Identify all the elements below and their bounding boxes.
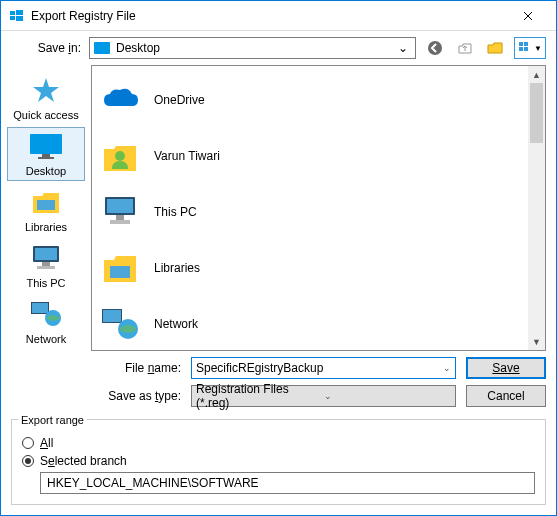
svg-rect-22	[107, 199, 133, 213]
svg-rect-27	[103, 310, 121, 322]
svg-rect-15	[42, 262, 50, 266]
svg-rect-14	[35, 248, 57, 260]
close-button[interactable]	[508, 1, 548, 31]
list-item[interactable]: Network	[100, 296, 520, 350]
chevron-down-icon[interactable]: ⌄	[443, 363, 451, 373]
file-label: Network	[154, 317, 198, 331]
place-label: Libraries	[25, 221, 67, 233]
scroll-track[interactable]	[528, 143, 545, 333]
file-label: Varun Tiwari	[154, 149, 220, 163]
list-item[interactable]: This PC	[100, 184, 520, 240]
file-label: Libraries	[154, 261, 200, 275]
filename-input[interactable]: ⌄	[191, 357, 456, 379]
branch-path-value: HKEY_LOCAL_MACHINE\SOFTWARE	[47, 476, 259, 490]
user-folder-icon	[100, 136, 140, 176]
desktop-icon	[94, 42, 110, 54]
svg-rect-8	[524, 47, 528, 51]
pc-icon	[28, 243, 64, 273]
network-icon	[28, 299, 64, 329]
svg-rect-3	[16, 16, 23, 21]
svg-rect-24	[110, 220, 130, 224]
filename-label: File name:	[101, 361, 181, 375]
scrollbar[interactable]: ▲ ▼	[528, 66, 545, 350]
desktop-icon	[28, 131, 64, 161]
svg-point-20	[115, 151, 125, 161]
filename-row: File name: ⌄ Save Save as type: Registra…	[1, 355, 556, 415]
place-this-pc[interactable]: This PC	[7, 239, 85, 293]
radio-all[interactable]: All	[22, 436, 535, 450]
filename-field[interactable]	[196, 361, 443, 375]
svg-rect-12	[37, 200, 55, 210]
place-network[interactable]: Network	[7, 295, 85, 349]
file-label: This PC	[154, 205, 197, 219]
pc-icon	[100, 192, 140, 232]
svg-rect-2	[10, 16, 15, 20]
svg-rect-7	[519, 47, 523, 51]
svg-rect-5	[519, 42, 523, 46]
libraries-icon	[100, 248, 140, 288]
place-label: Network	[26, 333, 66, 345]
svg-rect-11	[38, 157, 54, 159]
savein-label: Save in:	[11, 41, 81, 55]
cancel-button[interactable]: Cancel	[466, 385, 546, 407]
savetype-dropdown[interactable]: Registration Files (*.reg) ⌄	[191, 385, 456, 407]
svg-rect-23	[116, 215, 124, 220]
scroll-thumb[interactable]	[530, 83, 543, 143]
savetype-value: Registration Files (*.reg)	[196, 382, 324, 410]
main-area: Quick access Desktop Libraries This PC N…	[1, 65, 556, 355]
place-desktop[interactable]: Desktop	[7, 127, 85, 181]
file-list-panel: OneDrive Varun Tiwari This PC Libraries …	[91, 65, 546, 351]
savein-dropdown[interactable]: Desktop ⌄	[89, 37, 416, 59]
export-range-group: Export range All Selected branch HKEY_LO…	[11, 419, 546, 505]
savein-value: Desktop	[116, 41, 395, 55]
svg-rect-1	[16, 10, 23, 15]
file-list[interactable]: OneDrive Varun Tiwari This PC Libraries …	[92, 66, 528, 350]
radio-icon	[22, 455, 34, 467]
radio-selected-branch[interactable]: Selected branch	[22, 454, 535, 468]
place-label: Desktop	[26, 165, 66, 177]
place-label: This PC	[26, 277, 65, 289]
chevron-down-icon: ⌄	[324, 391, 452, 401]
radio-icon	[22, 437, 34, 449]
onedrive-icon	[100, 80, 140, 120]
list-item[interactable]: OneDrive	[100, 72, 520, 128]
svg-rect-0	[10, 11, 15, 15]
file-label: OneDrive	[154, 93, 205, 107]
place-label: Quick access	[13, 109, 78, 121]
export-range-legend: Export range	[18, 414, 87, 426]
up-button[interactable]	[454, 37, 476, 59]
new-folder-button[interactable]	[484, 37, 506, 59]
save-button[interactable]: Save	[466, 357, 546, 379]
svg-rect-16	[37, 266, 55, 269]
savetype-label: Save as type:	[101, 389, 181, 403]
scroll-down-button[interactable]: ▼	[528, 333, 545, 350]
place-libraries[interactable]: Libraries	[7, 183, 85, 237]
list-item[interactable]: Libraries	[100, 240, 520, 296]
titlebar: Export Registry File	[1, 1, 556, 31]
star-icon	[28, 75, 64, 105]
window-title: Export Registry File	[31, 9, 508, 23]
app-icon	[9, 8, 25, 24]
svg-rect-25	[110, 266, 130, 278]
places-bar: Quick access Desktop Libraries This PC N…	[1, 65, 91, 355]
svg-point-4	[428, 41, 442, 55]
back-button[interactable]	[424, 37, 446, 59]
branch-path-input[interactable]: HKEY_LOCAL_MACHINE\SOFTWARE	[40, 472, 535, 494]
scroll-up-button[interactable]: ▲	[528, 66, 545, 83]
views-button[interactable]: ▼	[514, 37, 546, 59]
svg-rect-18	[32, 303, 48, 313]
savein-row: Save in: Desktop ⌄ ▼	[1, 31, 556, 65]
chevron-down-icon: ⌄	[395, 41, 411, 55]
place-quick-access[interactable]: Quick access	[7, 71, 85, 125]
libraries-icon	[28, 187, 64, 217]
svg-rect-9	[30, 134, 62, 154]
chevron-down-icon: ▼	[534, 44, 542, 53]
list-item[interactable]: Varun Tiwari	[100, 128, 520, 184]
svg-rect-10	[42, 154, 50, 157]
svg-rect-6	[524, 42, 528, 46]
network-icon	[100, 304, 140, 344]
